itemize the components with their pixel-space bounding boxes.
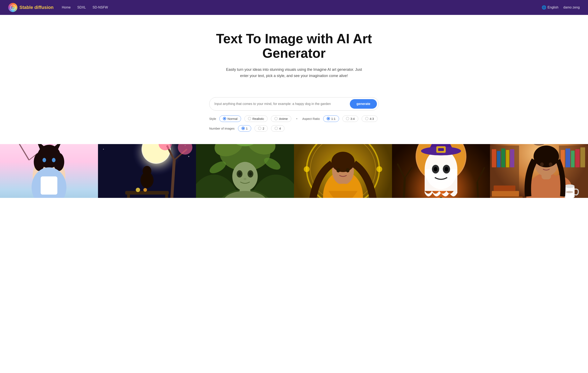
language-selector[interactable]: 🌐 English	[542, 5, 558, 10]
svg-point-59	[238, 172, 241, 176]
svg-point-13	[34, 153, 45, 171]
svg-point-27	[103, 149, 104, 150]
gallery-image-6	[490, 144, 588, 198]
globe-icon: 🌐	[542, 5, 546, 10]
svg-rect-116	[571, 151, 575, 167]
svg-point-28	[188, 156, 189, 157]
nav-home[interactable]: Home	[62, 6, 71, 9]
ratio-4-3-radio	[365, 117, 368, 120]
num-4-option[interactable]: 4	[271, 125, 284, 132]
style-anime-option[interactable]: Anime	[271, 116, 291, 122]
num-images-row: Number of images 1 2 4	[209, 125, 379, 132]
num-1-option[interactable]: 1	[238, 125, 251, 132]
gallery-image-3	[196, 144, 294, 198]
svg-rect-119	[490, 197, 523, 198]
svg-rect-38	[127, 195, 130, 198]
svg-point-41	[143, 166, 151, 176]
logo-text: Stable diffusion	[20, 5, 53, 10]
svg-rect-93	[438, 148, 444, 151]
svg-rect-110	[497, 151, 501, 167]
svg-rect-88	[425, 169, 457, 191]
svg-rect-39	[165, 195, 168, 198]
gallery-item-1[interactable]	[0, 144, 98, 198]
nav-sdxl[interactable]: SDXL	[77, 6, 86, 9]
num-1-label: 1	[246, 127, 248, 130]
svg-point-77	[346, 168, 350, 172]
style-options-row: Style Normal Realistic Anime Aspect Rati…	[209, 116, 379, 122]
svg-point-61	[243, 178, 246, 180]
generate-button[interactable]: generate	[350, 99, 377, 109]
svg-point-56	[232, 162, 258, 191]
style-realistic-radio	[248, 117, 251, 120]
nav-nsfw[interactable]: SD-NSFW	[93, 6, 108, 9]
svg-rect-112	[506, 150, 509, 167]
svg-rect-113	[510, 149, 514, 167]
logo-area[interactable]: Stable diffusion	[8, 3, 53, 12]
svg-point-75	[331, 152, 355, 172]
gallery-image-4	[294, 144, 392, 198]
ratio-3-4-label: 3:4	[350, 117, 355, 121]
svg-point-97	[445, 167, 448, 171]
num-4-label: 4	[279, 127, 281, 130]
num-1-radio	[242, 127, 245, 130]
gallery-item-3[interactable]	[196, 144, 294, 198]
ratio-3-4-radio	[346, 117, 349, 120]
options-divider	[296, 118, 297, 119]
svg-point-18	[52, 158, 56, 162]
svg-rect-109	[492, 149, 496, 167]
gallery-item-5[interactable]	[392, 144, 490, 198]
gallery-image-2	[98, 144, 196, 198]
logo-icon	[8, 3, 17, 12]
svg-point-124	[564, 185, 575, 188]
num-4-radio	[274, 127, 278, 130]
ratio-1-1-label: 1:1	[331, 117, 336, 121]
ratio-1-1-radio	[327, 117, 330, 120]
svg-rect-37	[125, 191, 169, 195]
svg-rect-120	[492, 191, 519, 197]
svg-rect-117	[575, 149, 580, 167]
num-2-label: 2	[262, 127, 264, 130]
aspect-ratio-label: Aspect Ratio	[302, 117, 320, 121]
style-normal-label: Normal	[227, 117, 237, 121]
num-2-radio	[258, 127, 261, 130]
input-section: generate Style Normal Realistic Anime As…	[201, 97, 387, 132]
svg-point-129	[540, 163, 544, 166]
style-anime-label: Anime	[279, 117, 288, 121]
gallery-image-5	[392, 144, 490, 198]
svg-point-125	[566, 191, 573, 193]
ratio-4-3-option[interactable]: 4:3	[362, 116, 378, 122]
style-realistic-option[interactable]: Realistic	[244, 116, 268, 122]
logo-stable: Stable	[20, 5, 34, 10]
style-anime-radio	[274, 117, 278, 120]
svg-point-96	[434, 167, 438, 171]
svg-rect-115	[566, 148, 570, 167]
svg-point-42	[136, 188, 140, 192]
style-label: Style	[209, 117, 216, 121]
ratio-4-3-label: 4:3	[370, 117, 374, 121]
logo-diffusion: diffusion	[34, 5, 53, 10]
svg-rect-121	[494, 186, 515, 191]
ratio-1-1-option[interactable]: 1:1	[323, 116, 339, 122]
svg-rect-118	[580, 147, 585, 167]
num-images-label: Number of images	[209, 127, 235, 130]
hero-subtitle: Easily turn your ideas into stunning vis…	[222, 66, 366, 79]
num-2-option[interactable]: 2	[254, 125, 268, 132]
prompt-input[interactable]	[214, 102, 350, 106]
gallery	[0, 144, 588, 198]
svg-rect-111	[501, 148, 505, 167]
gallery-item-6[interactable]	[490, 144, 588, 198]
svg-point-130	[549, 163, 552, 166]
navbar-left: Stable diffusion Home SDXL SD-NSFW	[8, 3, 108, 12]
style-normal-radio	[223, 117, 226, 120]
user-name[interactable]: damo zeng	[563, 6, 580, 9]
gallery-item-2[interactable]	[98, 144, 196, 198]
ratio-3-4-option[interactable]: 3:4	[342, 116, 358, 122]
navbar: Stable diffusion Home SDXL SD-NSFW 🌐 Eng…	[0, 0, 588, 15]
gallery-item-4[interactable]	[294, 144, 392, 198]
hero-section: Text To Image with AI Art Generator Easi…	[201, 15, 387, 97]
hero-title: Text To Image with AI Art Generator	[209, 32, 379, 61]
navbar-right: 🌐 English damo zeng	[542, 5, 580, 10]
style-normal-option[interactable]: Normal	[219, 116, 241, 122]
svg-rect-20	[41, 176, 57, 195]
input-row: generate	[209, 97, 379, 110]
